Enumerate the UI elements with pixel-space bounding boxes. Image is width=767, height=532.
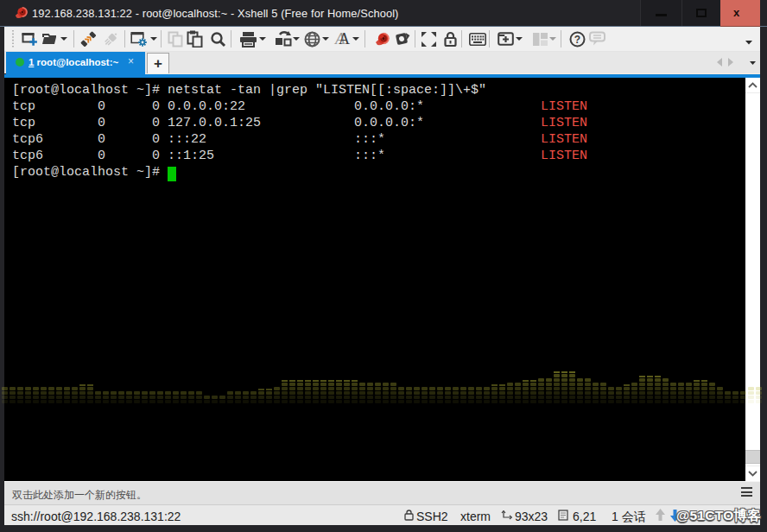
svg-text:?: ? — [574, 34, 580, 46]
svg-text:A: A — [339, 31, 350, 47]
